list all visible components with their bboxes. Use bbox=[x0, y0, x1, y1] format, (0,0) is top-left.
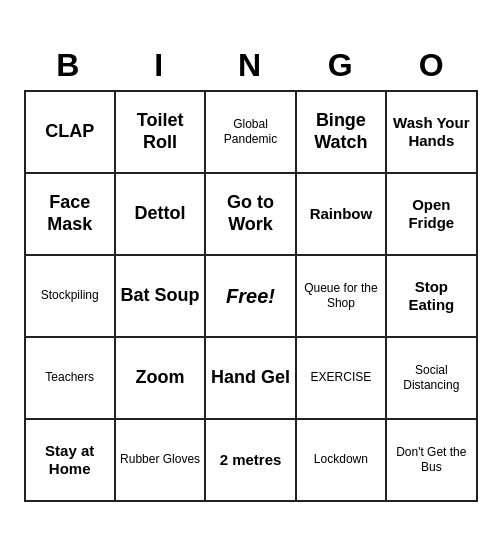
cell-text-14: Stop Eating bbox=[391, 278, 471, 314]
cell-text-4: Wash Your Hands bbox=[391, 114, 471, 150]
bingo-cell-9: Open Fridge bbox=[387, 174, 477, 256]
bingo-cell-7: Go to Work bbox=[206, 174, 296, 256]
cell-text-21: Rubber Gloves bbox=[120, 452, 200, 466]
cell-text-2: Global Pandemic bbox=[210, 117, 290, 146]
bingo-cell-15: Teachers bbox=[26, 338, 116, 420]
cell-text-16: Zoom bbox=[136, 367, 185, 389]
bingo-cell-5: Face Mask bbox=[26, 174, 116, 256]
cell-text-8: Rainbow bbox=[310, 205, 373, 223]
bingo-cell-12: Free! bbox=[206, 256, 296, 338]
header-i: I bbox=[114, 43, 205, 88]
header-n: N bbox=[205, 43, 296, 88]
cell-text-22: 2 metres bbox=[220, 451, 282, 469]
cell-text-19: Social Distancing bbox=[391, 363, 471, 392]
cell-text-24: Don't Get the Bus bbox=[391, 445, 471, 474]
bingo-cell-23: Lockdown bbox=[297, 420, 387, 502]
bingo-cell-21: Rubber Gloves bbox=[116, 420, 206, 502]
cell-text-1: Toilet Roll bbox=[120, 110, 200, 153]
cell-text-17: Hand Gel bbox=[211, 367, 290, 389]
cell-text-18: EXERCISE bbox=[311, 370, 372, 384]
header-o: O bbox=[387, 43, 478, 88]
bingo-cell-17: Hand Gel bbox=[206, 338, 296, 420]
cell-text-15: Teachers bbox=[45, 370, 94, 384]
header-g: G bbox=[296, 43, 387, 88]
bingo-cell-19: Social Distancing bbox=[387, 338, 477, 420]
bingo-cell-24: Don't Get the Bus bbox=[387, 420, 477, 502]
bingo-cell-2: Global Pandemic bbox=[206, 92, 296, 174]
cell-text-9: Open Fridge bbox=[391, 196, 471, 232]
bingo-cell-13: Queue for the Shop bbox=[297, 256, 387, 338]
cell-text-13: Queue for the Shop bbox=[301, 281, 381, 310]
cell-text-23: Lockdown bbox=[314, 452, 368, 466]
bingo-cell-0: CLAP bbox=[26, 92, 116, 174]
cell-text-10: Stockpiling bbox=[41, 288, 99, 302]
cell-text-12: Free! bbox=[226, 284, 275, 308]
bingo-cell-10: Stockpiling bbox=[26, 256, 116, 338]
bingo-cell-1: Toilet Roll bbox=[116, 92, 206, 174]
header-b: B bbox=[24, 43, 115, 88]
bingo-grid: CLAPToilet RollGlobal PandemicBinge Watc… bbox=[24, 90, 478, 502]
cell-text-20: Stay at Home bbox=[30, 442, 110, 478]
bingo-cell-4: Wash Your Hands bbox=[387, 92, 477, 174]
bingo-cell-22: 2 metres bbox=[206, 420, 296, 502]
cell-text-6: Dettol bbox=[135, 203, 186, 225]
cell-text-0: CLAP bbox=[45, 121, 94, 143]
bingo-header: B I N G O bbox=[24, 43, 478, 88]
bingo-cell-6: Dettol bbox=[116, 174, 206, 256]
bingo-cell-16: Zoom bbox=[116, 338, 206, 420]
cell-text-5: Face Mask bbox=[30, 192, 110, 235]
cell-text-11: Bat Soup bbox=[121, 285, 200, 307]
bingo-cell-18: EXERCISE bbox=[297, 338, 387, 420]
cell-text-3: Binge Watch bbox=[301, 110, 381, 153]
bingo-cell-20: Stay at Home bbox=[26, 420, 116, 502]
bingo-card: B I N G O CLAPToilet RollGlobal Pandemic… bbox=[16, 35, 486, 510]
bingo-cell-3: Binge Watch bbox=[297, 92, 387, 174]
bingo-cell-14: Stop Eating bbox=[387, 256, 477, 338]
cell-text-7: Go to Work bbox=[210, 192, 290, 235]
bingo-cell-8: Rainbow bbox=[297, 174, 387, 256]
bingo-cell-11: Bat Soup bbox=[116, 256, 206, 338]
